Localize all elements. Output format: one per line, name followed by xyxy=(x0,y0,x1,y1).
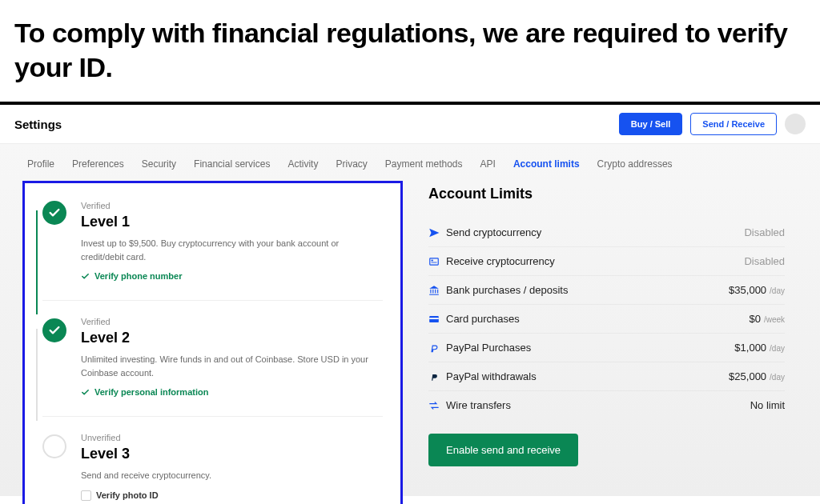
level-action[interactable]: Verify phone number xyxy=(81,271,383,281)
svg-rect-1 xyxy=(432,259,433,261)
tab-crypto-addresses[interactable]: Crypto addresses xyxy=(597,158,673,170)
level-1: VerifiedLevel 1Invest up to $9,500. Buy … xyxy=(42,198,383,300)
limit-label: Receive cryptocurrency xyxy=(446,255,744,267)
send-icon xyxy=(428,227,446,238)
svg-rect-4 xyxy=(429,318,439,319)
limit-value: Disabled xyxy=(744,226,785,238)
limit-row-bank-purchases-deposits: Bank purchases / deposits$35,000/day xyxy=(428,276,785,305)
level-2: VerifiedLevel 2Unlimited investing. Wire… xyxy=(42,300,383,416)
tab-preferences[interactable]: Preferences xyxy=(72,158,124,170)
check-badge-icon xyxy=(42,201,66,225)
settings-tabs: ProfilePreferencesSecurityFinancial serv… xyxy=(14,144,806,181)
limit-value: $25,000/day xyxy=(729,370,785,382)
topbar: Settings Buy / Sell Send / Receive xyxy=(0,105,820,144)
receive-icon xyxy=(428,256,446,267)
limit-label: PayPal withdrawals xyxy=(446,370,729,382)
level-connector xyxy=(36,329,38,421)
page-headline: To comply with financial regulations, we… xyxy=(0,0,820,102)
tab-activity[interactable]: Activity xyxy=(287,158,318,170)
avatar[interactable] xyxy=(785,114,806,134)
check-badge-icon xyxy=(42,318,66,342)
limit-row-card-purchases: Card purchases$0/week xyxy=(428,305,785,334)
limit-row-paypal-purchases: PayPal Purchases$1,000/day xyxy=(428,334,785,362)
level-status: Unverified xyxy=(81,433,383,442)
enable-send-receive-button[interactable]: Enable send and receive xyxy=(428,434,578,466)
limit-unit: /day xyxy=(770,373,785,382)
tab-security[interactable]: Security xyxy=(142,158,176,170)
level-description: Invest up to $9,500. Buy cryptocurrency … xyxy=(81,237,369,263)
limit-value: $1,000/day xyxy=(734,342,785,354)
level-title: Level 1 xyxy=(81,214,383,230)
topbar-actions: Buy / Sell Send / Receive xyxy=(619,113,806,135)
content: VerifiedLevel 1Invest up to $9,500. Buy … xyxy=(14,181,806,504)
limit-label: Bank purchases / deposits xyxy=(446,284,729,296)
level-connector xyxy=(36,210,38,314)
tab-financial-services[interactable]: Financial services xyxy=(194,158,270,170)
limit-value: Disabled xyxy=(744,255,785,267)
limit-label: Send cryptocurrency xyxy=(446,226,744,238)
limit-unit: /day xyxy=(770,344,785,353)
card-icon xyxy=(428,314,446,325)
send-receive-button[interactable]: Send / Receive xyxy=(690,113,777,135)
tab-profile[interactable]: Profile xyxy=(27,158,54,170)
level-3: UnverifiedLevel 3Send and receive crypto… xyxy=(42,416,383,504)
level-status: Verified xyxy=(81,317,383,326)
buy-sell-button[interactable]: Buy / Sell xyxy=(619,113,683,135)
tab-payment-methods[interactable]: Payment methods xyxy=(385,158,463,170)
level-description: Unlimited investing. Wire funds in and o… xyxy=(81,353,369,379)
level-action[interactable]: Verify photo ID xyxy=(81,490,383,501)
limits-panel: Account Limits Send cryptocurrencyDisabl… xyxy=(425,181,798,504)
limit-row-send-cryptocurrency: Send cryptocurrencyDisabled xyxy=(428,218,785,247)
verification-levels-panel: VerifiedLevel 1Invest up to $9,500. Buy … xyxy=(22,181,403,504)
svg-rect-2 xyxy=(432,262,437,262)
bank-icon xyxy=(428,285,446,296)
level-status: Verified xyxy=(81,201,383,210)
paypal-icon xyxy=(428,342,446,354)
level-title: Level 3 xyxy=(81,446,383,462)
limit-row-receive-cryptocurrency: Receive cryptocurrencyDisabled xyxy=(428,247,785,276)
limit-row-paypal-withdrawals: PayPal withdrawals$25,000/day xyxy=(428,362,785,391)
limit-value: No limit xyxy=(750,399,785,411)
limit-value: $35,000/day xyxy=(729,284,785,296)
limit-label: Card purchases xyxy=(446,313,749,325)
tab-account-limits[interactable]: Account limits xyxy=(513,158,580,170)
limits-title: Account Limits xyxy=(428,186,785,202)
paypal-bold-icon xyxy=(428,371,446,382)
limit-label: PayPal Purchases xyxy=(446,342,734,354)
limit-value: $0/week xyxy=(749,313,785,325)
level-action[interactable]: Verify personal information xyxy=(81,387,383,397)
level-description: Send and receive cryptocurrency. xyxy=(81,469,369,482)
limit-label: Wire transfers xyxy=(446,399,750,411)
limit-row-wire-transfers: Wire transfersNo limit xyxy=(428,391,785,419)
checkbox-icon xyxy=(81,490,91,501)
limit-unit: /week xyxy=(764,315,785,324)
pending-badge-icon xyxy=(42,434,66,458)
tab-privacy[interactable]: Privacy xyxy=(336,158,367,170)
page-body: ProfilePreferencesSecurityFinancial serv… xyxy=(0,144,820,496)
tab-api[interactable]: API xyxy=(480,158,496,170)
page-title: Settings xyxy=(14,118,62,131)
level-title: Level 2 xyxy=(81,330,383,346)
svg-rect-0 xyxy=(430,258,439,264)
limit-unit: /day xyxy=(770,286,785,295)
wire-icon xyxy=(428,400,446,411)
